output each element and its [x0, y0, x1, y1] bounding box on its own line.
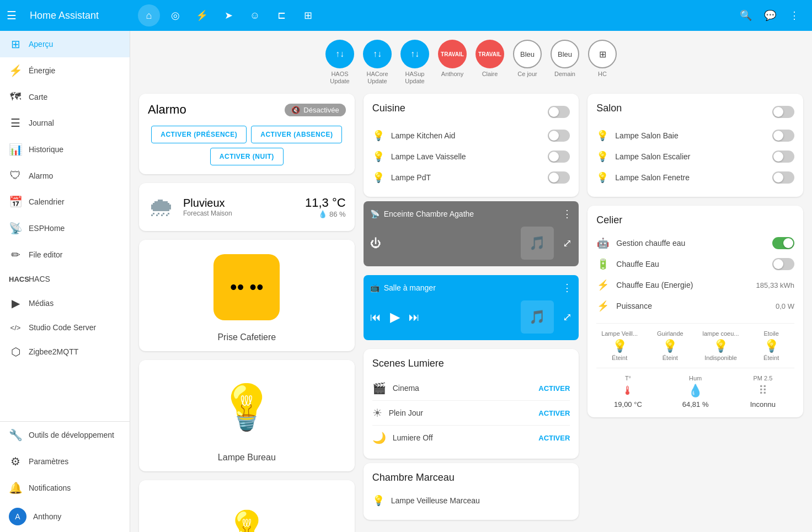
sidebar-bottom: 🔧 Outils de développement ⚙ Paramètres 🔔…: [0, 421, 130, 532]
column-2: Cuisine 💡 Lampe Kitchen Aid 💡 Lampe Lave…: [364, 94, 579, 532]
salon-toggle[interactable]: [772, 106, 794, 118]
cuisine-card: Cuisine 💡 Lampe Kitchen Aid 💡 Lampe Lave…: [364, 94, 579, 197]
media-salle-expand-button[interactable]: ⤢: [563, 310, 572, 324]
lumiere-off-activate-button[interactable]: ACTIVER: [538, 434, 570, 442]
nav-bolt-icon[interactable]: ⚡: [191, 4, 213, 26]
salon-baie-icon: 💡: [596, 130, 608, 142]
media-agathe-header: 📡 Enceinte Chambre Agathe ⋮: [370, 208, 573, 220]
salon-escalier-icon: 💡: [596, 151, 608, 163]
sidebar-item-studio-code[interactable]: </> Studio Code Server: [0, 316, 130, 338]
weather-icon: 🌧: [148, 192, 174, 222]
search-icon[interactable]: 🔍: [735, 4, 757, 26]
nav-bulb-icon[interactable]: ◎: [164, 4, 186, 26]
alarmo-presence-button[interactable]: ACTIVER (PRÉSENCE): [151, 126, 247, 143]
content-area: ↑↓ HAOSUpdate ↑↓ HACoreUpdate ↑↓ HASupUp…: [130, 31, 812, 532]
sidebar-item-historique[interactable]: 📊 Historique: [0, 136, 130, 163]
haos-label: HAOSUpdate: [330, 71, 349, 85]
nav-home-icon[interactable]: ⌂: [138, 4, 160, 26]
sidebar-item-file-editor[interactable]: ✏ File editor: [0, 241, 130, 268]
status-haos[interactable]: ↑↓ HAOSUpdate: [325, 40, 354, 85]
gestion-icon: 🤖: [596, 237, 610, 249]
media-agathe-expand-button[interactable]: ⤢: [563, 237, 572, 250]
main-grid: Alarmo 🔇 Désactivée ACTIVER (PRÉSENCE) A…: [139, 94, 803, 532]
cinema-icon: 🎬: [372, 381, 386, 395]
sidebar-item-calendrier[interactable]: 📅 Calendrier: [0, 189, 130, 215]
puissance-value: 0,0 W: [776, 302, 794, 310]
lampe-bureau-icon[interactable]: 💡: [219, 381, 274, 433]
kitchen-aid-toggle[interactable]: [548, 130, 570, 142]
alarmo-nuit-button[interactable]: ACTIVER (NUIT): [210, 148, 284, 165]
status-aujourdhui[interactable]: Bleu Ce jour: [513, 40, 542, 85]
sidebar-item-carte[interactable]: 🗺 Carte: [0, 84, 130, 110]
plein-jour-activate-button[interactable]: ACTIVER: [538, 409, 570, 417]
status-demain[interactable]: Bleu Demain: [551, 40, 579, 85]
media-salle-next-button[interactable]: ⏭: [409, 311, 420, 324]
aujourdhui-label: Ce jour: [517, 71, 537, 78]
sidebar-item-medias[interactable]: ▶ Médias: [0, 290, 130, 316]
media-salle-name: Salle à manger: [384, 283, 436, 292]
alarmo-absence-button[interactable]: ACTIVER (ABSENCE): [251, 126, 342, 143]
pdt-toggle[interactable]: [548, 171, 570, 184]
lamp-guirlande-status: Éteint: [647, 354, 693, 361]
user-avatar: A: [9, 508, 26, 525]
cuisine-toggle[interactable]: [548, 106, 570, 118]
celier-row-gestion: 🤖 Gestion chauffe eau: [596, 233, 794, 254]
lave-vaisselle-icon: 💡: [372, 151, 384, 163]
salon-card: Salon 💡 Lampe Salon Baie 💡 Lampe Salon E…: [587, 94, 803, 197]
salon-baie-toggle[interactable]: [772, 130, 794, 142]
media-salle-play-button[interactable]: ▶: [390, 309, 400, 325]
celier-row-energie: ⚡ Chauffe Eau (Energie) 185,33 kWh: [596, 275, 794, 295]
sensor-hum: Hum 💧 64,81 %: [664, 375, 727, 409]
celier-row-chauffe: 🔋 Chauffe Eau: [596, 254, 794, 275]
lamp-coeur-icon: 💡: [698, 339, 744, 353]
nav-face-icon[interactable]: ☺: [244, 4, 266, 26]
sidebar-item-outils[interactable]: 🔧 Outils de développement: [0, 422, 130, 448]
sidebar-item-journal[interactable]: ☰ Journal: [0, 110, 130, 136]
puissance-icon: ⚡: [596, 300, 610, 312]
media-agathe-more-button[interactable]: ⋮: [562, 208, 572, 220]
cinema-activate-button[interactable]: ACTIVER: [538, 384, 570, 393]
salon-escalier-toggle[interactable]: [772, 151, 794, 163]
status-hacore[interactable]: ↑↓ HACoreUpdate: [363, 40, 392, 85]
gestion-toggle[interactable]: [772, 237, 794, 249]
lamp-veill-name: Lampe Veill...: [596, 330, 643, 337]
nav-bird-icon[interactable]: ➤: [217, 4, 239, 26]
status-anthony[interactable]: TRAVAIL Anthony: [438, 40, 467, 85]
prise-icon[interactable]: •• ••: [213, 254, 280, 320]
sidebar-label-carte: Carte: [29, 93, 47, 101]
sidebar-item-apercu[interactable]: ⊞ Aperçu: [0, 31, 130, 57]
chambre-marceau-card: Chambre Marceau 💡 Lampe Veilleuse Marcea…: [364, 463, 579, 520]
sidebar-item-hacs[interactable]: HACS HACS: [0, 268, 130, 290]
sidebar-item-notifications[interactable]: 🔔 Notifications: [0, 475, 130, 501]
media-salle-more-button[interactable]: ⋮: [562, 282, 572, 294]
lamp-etoile-status: Éteint: [748, 354, 794, 361]
chat-icon[interactable]: 💬: [759, 4, 781, 26]
sidebar-label-historique: Historique: [29, 145, 63, 154]
chauffe-toggle[interactable]: [772, 258, 794, 270]
sidebar-item-parametres[interactable]: ⚙ Paramètres: [0, 448, 130, 475]
more-vertical-icon[interactable]: ⋮: [783, 4, 805, 26]
status-claire[interactable]: TRAVAIL Claire: [476, 40, 504, 85]
sensor-hum-value: 64,81 %: [664, 400, 727, 409]
status-hasup[interactable]: ↑↓ HASupUpdate: [400, 40, 429, 85]
media-salle-prev-button[interactable]: ⏮: [370, 311, 381, 324]
alarmo-buttons: ACTIVER (PRÉSENCE) ACTIVER (ABSENCE) ACT…: [148, 126, 346, 165]
lamp-etoile-icon: 💡: [748, 339, 794, 353]
sidebar-item-energie[interactable]: ⚡ Énergie: [0, 57, 130, 84]
sidebar-item-alarmo[interactable]: 🛡 Alarmo: [0, 163, 130, 189]
sidebar-item-anthony[interactable]: A Anthony: [0, 501, 130, 532]
nav-server-icon[interactable]: ⊞: [297, 4, 319, 26]
lave-vaisselle-toggle[interactable]: [548, 151, 570, 163]
menu-icon[interactable]: ☰: [7, 9, 17, 22]
sidebar-item-zigbee[interactable]: ⬡ Zigbee2MQTT: [0, 338, 130, 365]
status-hc[interactable]: ⊞ HC: [588, 40, 617, 85]
sensor-hum-icon: 💧: [664, 384, 727, 398]
scene-plein-jour: ☀ Plein Jour ACTIVER: [372, 401, 570, 426]
media-agathe-power-button[interactable]: ⏻: [370, 237, 381, 250]
salon-fenetre-toggle[interactable]: [772, 171, 794, 184]
media-salle-header: 📺 Salle à manger ⋮: [370, 282, 573, 294]
nav-house2-icon[interactable]: ⊏: [270, 4, 292, 26]
media-agathe-name: Enceinte Chambre Agathe: [384, 209, 474, 218]
sidebar-item-esphome[interactable]: 📡 ESPHome: [0, 215, 130, 241]
status-bar: ↑↓ HAOSUpdate ↑↓ HACoreUpdate ↑↓ HASupUp…: [139, 40, 803, 85]
